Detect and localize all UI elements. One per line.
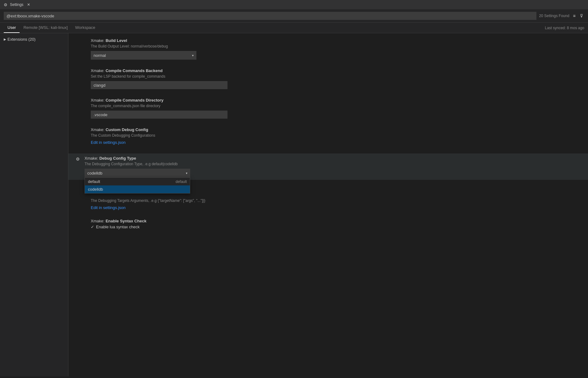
build-level-value: normal [94,53,106,58]
gear-placeholder-4 [82,127,88,128]
last-synced-label: Last synced: 8 mos ago [545,26,584,30]
setting-enable-syntax-check-content: Xmake: Enable Syntax Check ✓ Enable lua … [91,219,146,229]
setting-debug-config-type: ⚙ Xmake: Debug Config Type The Debugging… [68,153,588,180]
gear-placeholder-3 [82,98,88,98]
setting-compile-dir-title: Xmake: Compile Commands Directory [91,98,227,102]
setting-compile-backend-title: Xmake: Compile Commands Backend [91,68,227,73]
setting-compile-backend-row: Xmake: Compile Commands Backend Set the … [82,68,581,89]
searchbar: 20 Settings Found ≡ ⊽ [0,9,588,23]
tab-workspace[interactable]: Workspace [71,23,99,33]
settings-content: Xmake: Build Level The Build Output Leve… [68,33,588,376]
compile-backend-input[interactable] [91,81,227,89]
setting-debug-targets-args: The Debugging Targets Arguments, .e.g {"… [76,198,581,210]
setting-debug-config-type-row: ⚙ Xmake: Debug Config Type The Debugging… [76,156,581,177]
debug-config-type-menu: default default codelldb [85,177,190,194]
tab-user[interactable]: User [4,23,20,33]
setting-debug-targets-args-content: The Debugging Targets Arguments, .e.g {"… [91,198,205,210]
setting-custom-debug-content: Xmake: Custom Debug Config The Custom De… [91,127,155,145]
setting-debug-config-type-title: Xmake: Debug Config Type [85,156,581,161]
sidebar-item-extensions[interactable]: ▶ Extensions (20) [0,36,68,43]
settings-found-label: 20 Settings Found [539,14,569,18]
search-icon-group: ≡ ⊽ [572,13,584,19]
gear-placeholder [82,38,88,39]
gear-icon[interactable]: ⚙ [76,157,80,162]
setting-build-level-title: Xmake: Build Level [91,38,196,43]
dropdown-option-default-badge: default [176,180,187,184]
filter-lines-icon[interactable]: ≡ [572,13,577,19]
setting-compile-backend-content: Xmake: Compile Commands Backend Set the … [91,68,227,89]
tab-remote[interactable]: Remote [WSL: kali-linux] [20,23,71,33]
filter-icon[interactable]: ⊽ [579,13,584,19]
gear-placeholder-5 [82,198,88,199]
titlebar: ⚙ Settings ✕ [0,0,588,9]
main-layout: ▶ Extensions (20) Xmake: Build Level The… [0,33,588,376]
setting-build-level-desc: The Build Output Level: normal/verbose/d… [91,44,196,48]
setting-debug-targets-args-row: The Debugging Targets Arguments, .e.g {"… [82,198,581,210]
chevron-right-icon: ▶ [4,38,6,41]
setting-enable-syntax-check: Xmake: Enable Syntax Check ✓ Enable lua … [76,219,581,229]
sidebar-extensions-label: Extensions (20) [7,37,35,42]
search-input[interactable] [4,12,536,20]
setting-build-level: Xmake: Build Level The Build Output Leve… [76,38,581,60]
setting-debug-config-type-content: Xmake: Debug Config Type The Debugging C… [85,156,581,177]
dropdown-option-default-label: default [88,179,100,184]
debug-targets-args-edit-link[interactable]: Edit in settings.json [91,205,126,210]
close-button[interactable]: ✕ [27,2,30,7]
syntax-check-checkbox-row: ✓ Enable lua syntax check [91,225,146,229]
dropdown-arrow-icon: ▾ [192,54,194,57]
setting-compile-backend-desc: Set the LSP backend for compile_commands [91,74,227,79]
setting-enable-syntax-check-row: Xmake: Enable Syntax Check ✓ Enable lua … [82,219,581,229]
setting-build-level-row: Xmake: Build Level The Build Output Leve… [82,38,581,60]
tabs-bar: User Remote [WSL: kali-linux] Workspace … [0,23,588,33]
custom-debug-edit-link[interactable]: Edit in settings.json [91,140,126,145]
tabs-list: User Remote [WSL: kali-linux] Workspace [4,23,99,33]
titlebar-title: Settings [10,2,23,7]
setting-debug-config-type-desc: The Debugging Configuration Type, .e.g d… [85,162,581,166]
setting-custom-debug: Xmake: Custom Debug Config The Custom De… [76,127,581,145]
setting-custom-debug-row: Xmake: Custom Debug Config The Custom De… [82,127,581,145]
checkbox-mark-icon: ✓ [91,225,94,229]
build-level-dropdown[interactable]: normal ▾ [91,51,196,60]
setting-custom-debug-desc: The Custom Debugging Configurations [91,133,155,138]
gear-placeholder-2 [82,68,88,69]
setting-custom-debug-title: Xmake: Custom Debug Config [91,127,155,132]
sidebar: ▶ Extensions (20) [0,33,68,376]
debug-config-type-dropdown-wrapper: codelldb ▾ default default codelldb [85,169,190,177]
build-level-dropdown-wrapper: normal ▾ [91,51,196,60]
debug-config-type-dropdown[interactable]: codelldb ▾ [85,169,190,177]
dropdown-option-default[interactable]: default default [85,178,190,185]
dropdown-arrow-debug-icon: ▾ [186,171,187,175]
setting-compile-dir-row: Xmake: Compile Commands Directory The co… [82,98,581,119]
gear-area-debug-config: ⚙ [76,156,82,162]
setting-debug-targets-args-desc: The Debugging Targets Arguments, .e.g {"… [91,198,205,203]
setting-compile-backend: Xmake: Compile Commands Backend Set the … [76,68,581,89]
setting-compile-dir: Xmake: Compile Commands Directory The co… [76,98,581,119]
setting-enable-syntax-check-title: Xmake: Enable Syntax Check [91,219,146,223]
dropdown-option-codelldb-label: codelldb [88,187,103,192]
setting-build-level-content: Xmake: Build Level The Build Output Leve… [91,38,196,60]
setting-compile-dir-content: Xmake: Compile Commands Directory The co… [91,98,227,119]
dropdown-option-codelldb[interactable]: codelldb [85,185,190,193]
gear-placeholder-6 [82,219,88,219]
settings-icon: ⚙ [4,2,7,7]
compile-dir-input[interactable] [91,111,227,119]
syntax-check-checkbox-label: Enable lua syntax check [96,225,140,229]
setting-compile-dir-desc: The compile_commands.json file directory [91,104,227,108]
debug-config-type-value: codelldb [87,171,102,175]
